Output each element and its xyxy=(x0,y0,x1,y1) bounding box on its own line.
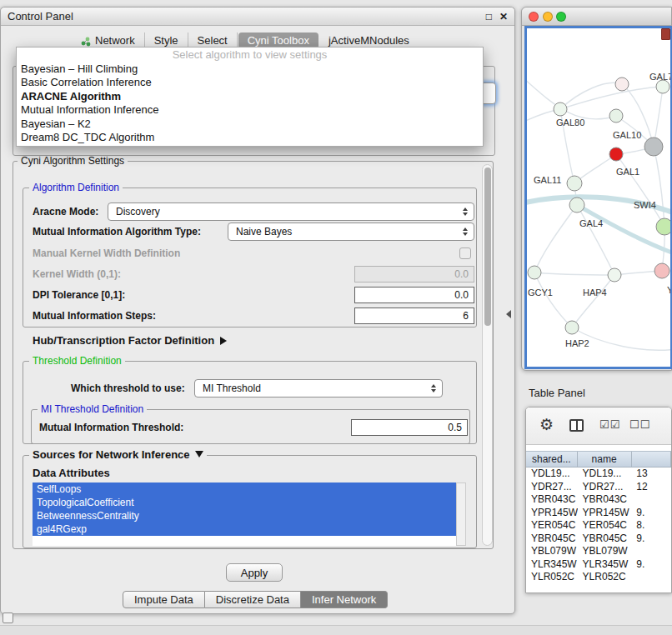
hub-tf-section-toggle[interactable]: Hub/Transcription Factor Definition xyxy=(33,334,227,347)
table-row[interactable]: YBL079WYBL079W xyxy=(526,545,671,558)
table-cell[interactable]: YDR27... xyxy=(578,481,632,494)
minimize-traffic-light[interactable] xyxy=(543,12,553,22)
dpi-tolerance-field[interactable]: 0.0 xyxy=(354,287,474,303)
network-edge[interactable] xyxy=(534,272,614,275)
gear-icon[interactable]: ⚙ xyxy=(539,416,554,434)
table-cell[interactable]: YPR145W xyxy=(526,507,578,520)
network-node[interactable] xyxy=(569,198,584,212)
network-node[interactable] xyxy=(654,263,669,278)
network-edge[interactable] xyxy=(572,275,614,328)
table-cell[interactable]: YLR345W xyxy=(526,558,578,572)
table-cell[interactable]: YER054C xyxy=(526,519,578,532)
attribute-item-topologicalcoefficient[interactable]: TopologicalCoefficient xyxy=(33,496,456,509)
table-cell[interactable]: 9. xyxy=(631,532,671,546)
dropdown-item-bayesian-hill-climbing[interactable]: Bayesian – Hill Climbing xyxy=(17,62,483,77)
table-row[interactable]: YBR045CYBR045C9. xyxy=(526,532,671,546)
network-node[interactable] xyxy=(528,266,541,279)
network-node[interactable] xyxy=(608,268,621,282)
network-edge[interactable] xyxy=(534,205,577,272)
attribute-item-selfloops[interactable]: SelfLoops xyxy=(33,482,456,496)
table-cell[interactable]: YDL19... xyxy=(526,468,578,481)
network-canvas[interactable]: GAL80GAL7GAL10GAL11GAL1SWI4GAL4GCY1HAP4H… xyxy=(524,26,672,369)
column-header-shared[interactable]: shared... xyxy=(526,452,578,467)
bottom-tab-impute-data[interactable]: Impute Data xyxy=(123,591,205,608)
manual-kernel-width-checkbox[interactable] xyxy=(459,248,471,259)
aracne-mode-select[interactable]: Discovery xyxy=(108,202,474,221)
network-node[interactable] xyxy=(609,109,623,122)
scrollbar-thumb[interactable] xyxy=(484,168,491,326)
table-cell[interactable]: 13 xyxy=(631,468,671,481)
bottom-tab-infer-network[interactable]: Infer Network xyxy=(301,591,388,608)
mi-threshold-field[interactable]: 0.5 xyxy=(351,419,468,436)
kernel-width-field[interactable]: 0.0 xyxy=(354,266,474,282)
close-traffic-light[interactable] xyxy=(529,12,539,22)
table-cell[interactable]: YDR27... xyxy=(526,481,578,494)
table-cell[interactable]: YBR043C xyxy=(526,493,578,507)
table-cell[interactable] xyxy=(631,571,671,584)
deselect-all-checks-icon[interactable]: ☐☐ xyxy=(629,418,650,431)
table-row[interactable]: YPR145WYPR145W9. xyxy=(526,507,671,520)
dropdown-item-bayesian-k2[interactable]: Bayesian – K2 xyxy=(17,118,483,132)
table-cell[interactable] xyxy=(631,493,671,507)
float-window-icon[interactable]: □ xyxy=(486,11,492,22)
apply-button[interactable]: Apply xyxy=(226,563,283,582)
table-cell[interactable]: YBR043C xyxy=(578,493,632,507)
sources-section-toggle[interactable]: Sources for Network Inference xyxy=(29,449,207,461)
table-row[interactable]: YER054CYER054C8. xyxy=(526,519,671,532)
table-row[interactable]: YLR052CYLR052C xyxy=(526,571,671,584)
attribute-item-betweennesscentrality[interactable]: BetweennessCentrality xyxy=(33,509,456,522)
network-node[interactable] xyxy=(567,176,582,191)
dropdown-item-dream8-dc-tdc-algorithm[interactable]: Dream8 DC_TDC Algorithm xyxy=(17,131,483,145)
table-cell[interactable]: 12 xyxy=(631,481,671,494)
mi-steps-field[interactable]: 6 xyxy=(354,308,474,324)
network-node[interactable] xyxy=(656,80,669,93)
table-cell[interactable] xyxy=(631,545,671,558)
table-row[interactable]: YDL19...YDL19...13 xyxy=(526,468,671,481)
data-attributes-list[interactable]: SelfLoopsTopologicalCoefficientBetweenne… xyxy=(33,482,456,546)
table-cell[interactable]: YBR045C xyxy=(526,532,578,546)
bottom-tab-discretize-data[interactable]: Discretize Data xyxy=(205,591,301,608)
network-node[interactable] xyxy=(565,321,579,334)
column-header-2[interactable] xyxy=(632,452,672,467)
table-row[interactable]: YLR345WYLR345W9. xyxy=(526,558,671,572)
zoom-traffic-light[interactable] xyxy=(556,12,566,22)
network-edge[interactable] xyxy=(560,82,622,109)
table-cell[interactable]: YLR052C xyxy=(578,571,632,584)
network-node[interactable] xyxy=(656,218,670,235)
attributes-list-scrollbar[interactable] xyxy=(456,482,466,546)
dropdown-item-aracne-algorithm[interactable]: ARACNE Algorithm xyxy=(17,90,483,104)
table-row[interactable]: YBR043CYBR043C xyxy=(526,493,671,507)
splitter-collapse-arrow[interactable] xyxy=(506,310,511,318)
table-cell[interactable]: YER054C xyxy=(578,519,632,532)
table-cell[interactable]: 8. xyxy=(631,519,671,532)
table-cell[interactable]: YLR345W xyxy=(578,558,632,572)
close-window-icon[interactable]: ✕ xyxy=(499,11,508,22)
column-chooser-icon[interactable] xyxy=(569,419,584,432)
attribute-item-gal4rgexp[interactable]: gal4RGexp xyxy=(33,522,456,536)
which-threshold-select[interactable]: MI Threshold xyxy=(194,379,443,398)
network-edge[interactable] xyxy=(654,147,664,227)
network-node[interactable] xyxy=(554,102,567,116)
settings-scrollbar[interactable] xyxy=(482,164,493,546)
network-node[interactable] xyxy=(644,138,663,156)
table-cell[interactable]: YDL19... xyxy=(578,468,632,481)
mi-algorithm-type-select[interactable]: Naive Bayes xyxy=(228,222,474,241)
control-panel-titlebar[interactable]: Control Panel □ ✕ xyxy=(1,8,514,26)
dropdown-item-mutual-information-inference[interactable]: Mutual Information Inference xyxy=(17,103,483,118)
table-cell[interactable]: YBL079W xyxy=(526,545,578,558)
table-cell[interactable]: YBR045C xyxy=(578,532,632,546)
network-edge[interactable] xyxy=(560,87,663,109)
table-cell[interactable]: YBL079W xyxy=(578,545,632,558)
select-all-checks-icon[interactable]: ☑☑ xyxy=(599,418,620,431)
table-cell[interactable]: YPR145W xyxy=(578,507,632,520)
table-cell[interactable]: 9. xyxy=(631,507,671,520)
network-edge[interactable] xyxy=(534,272,572,328)
network-node[interactable] xyxy=(609,148,623,161)
table-cell[interactable]: YLR052C xyxy=(526,571,578,584)
column-header-name[interactable]: name xyxy=(578,452,632,467)
collapsed-panel-button[interactable] xyxy=(3,612,13,623)
table-row[interactable]: YDR27...YDR27...12 xyxy=(526,481,671,494)
table-cell[interactable]: 9. xyxy=(631,558,671,572)
dropdown-item-basic-correlation-inference[interactable]: Basic Correlation Inference xyxy=(17,76,483,90)
network-node[interactable] xyxy=(615,78,629,91)
